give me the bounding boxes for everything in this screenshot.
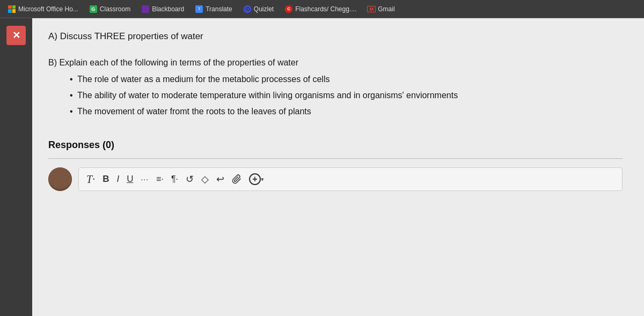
link-button[interactable]: ↩ — [214, 172, 226, 186]
windows-icon — [8, 5, 16, 13]
bookmark-blackboard[interactable]: Blackboard — [137, 3, 188, 15]
sidebar: ✕ — [0, 18, 32, 316]
translate-icon: T — [195, 5, 203, 13]
ellipsis-label: ··· — [141, 175, 149, 183]
gmail-icon — [367, 5, 376, 13]
bookmark-chegg[interactable]: C Flashcards/ Chegg.... — [280, 3, 361, 15]
list-button[interactable]: ≡· — [154, 173, 166, 185]
italic-label: I — [116, 174, 119, 185]
bookmark-ms-office[interactable]: Microsoft Office Ho... — [3, 3, 83, 15]
undo-button[interactable]: ↺ — [184, 172, 196, 186]
list-item: The movement of water fromt the roots to… — [70, 105, 623, 118]
add-button[interactable]: + ▾ — [247, 172, 266, 186]
avatar-image — [48, 167, 72, 191]
ink-button[interactable]: ◇ — [199, 172, 211, 186]
italic-button[interactable]: I — [114, 173, 121, 186]
bookmark-bar: Microsoft Office Ho... G Classroom Black… — [0, 0, 644, 18]
underline-label: U — [127, 174, 133, 185]
toolbar: T· B I U ··· ≡· — [78, 167, 623, 191]
close-icon: ✕ — [12, 30, 20, 41]
text-format-button[interactable]: T· — [84, 172, 97, 187]
paragraph-button[interactable]: ¶· — [169, 173, 180, 185]
bookmark-translate-label: Translate — [206, 5, 232, 13]
attach-button[interactable] — [230, 173, 244, 185]
ink-icon: ◇ — [201, 173, 209, 185]
bookmark-gmail[interactable]: Gmail — [363, 3, 399, 15]
text-format-label: T· — [86, 173, 95, 186]
link-icon: ↩ — [216, 173, 224, 185]
more-options-button[interactable]: ··· — [138, 174, 151, 185]
close-button[interactable]: ✕ — [6, 26, 26, 45]
main-area: ✕ A) Discuss THREE properties of water B… — [0, 18, 644, 316]
bookmark-classroom-label: Classroom — [100, 5, 130, 13]
bookmark-gmail-label: Gmail — [378, 5, 394, 13]
question-b-section: B) Explain each of the following in term… — [48, 58, 623, 124]
undo-icon: ↺ — [186, 173, 194, 185]
bold-button[interactable]: B — [100, 173, 111, 186]
bookmark-translate[interactable]: T Translate — [191, 3, 237, 15]
list-label: ≡· — [156, 174, 164, 184]
question-b-label: B) Explain each of the following in term… — [48, 58, 623, 68]
question-a-section: A) Discuss THREE properties of water — [48, 31, 623, 48]
avatar — [48, 167, 72, 191]
bullet-list: The role of water as a medium for the me… — [48, 73, 623, 118]
editor-row: T· B I U ··· ≡· — [48, 167, 623, 191]
add-circle-icon: + — [249, 173, 261, 185]
list-item: The ability of water to moderate tempera… — [70, 89, 623, 102]
add-chevron-icon: ▾ — [261, 176, 264, 183]
quizlet-icon: Q — [243, 5, 252, 13]
responses-header: Responses (0) — [48, 139, 623, 151]
chegg-icon: C — [284, 5, 293, 13]
underline-button[interactable]: U — [125, 173, 135, 186]
question-a-label: A) Discuss THREE properties of water — [48, 31, 623, 42]
add-label: + — [252, 174, 257, 184]
divider — [48, 158, 623, 159]
para-label: ¶· — [171, 174, 178, 184]
bookmark-ms-office-label: Microsoft Office Ho... — [18, 5, 78, 13]
list-item: The role of water as a medium for the me… — [70, 73, 623, 86]
content-area: A) Discuss THREE properties of water B) … — [32, 18, 644, 316]
bookmark-quizlet-label: Quizlet — [254, 5, 274, 13]
paperclip-icon — [232, 174, 241, 184]
classroom-icon: G — [89, 5, 98, 13]
bold-label: B — [103, 174, 109, 185]
blackboard-icon — [141, 5, 150, 13]
bookmark-classroom[interactable]: G Classroom — [85, 3, 135, 15]
bookmark-blackboard-label: Blackboard — [152, 5, 184, 13]
bookmark-chegg-label: Flashcards/ Chegg.... — [295, 5, 356, 13]
bookmark-quizlet[interactable]: Q Quizlet — [239, 3, 278, 15]
